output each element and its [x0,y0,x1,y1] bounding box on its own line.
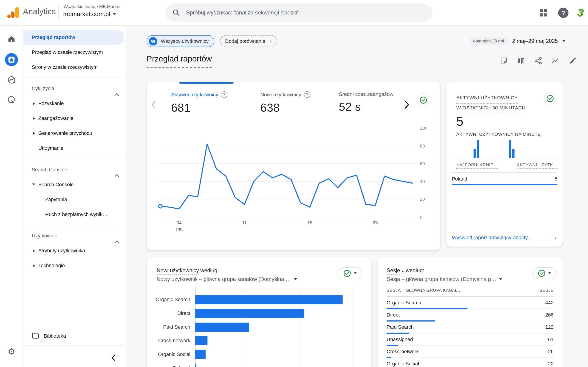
metric-tab[interactable]: Średni czas zaangażow52 s [339,91,393,114]
rail-item-reports[interactable] [0,50,23,70]
card-title: Nowi użytkownicy według: [157,267,219,273]
bar [195,309,304,318]
help-tooltip-icon[interactable]: ? [304,91,310,98]
metric-label-text: Nowi użytkownicy [260,92,301,98]
column-header-country[interactable]: NAJPOPULARNIE… [456,162,498,169]
data-quality-dropdown[interactable] [338,267,362,279]
breadcrumb-current[interactable]: MB Market [99,4,121,9]
add-comparison-label: Dodaj porównanie [225,38,265,44]
bar-row: Referral [147,363,371,367]
sidebar-item[interactable]: Atrybuty użytkownika [23,243,126,258]
advertising-icon [7,95,16,104]
sidebar-item[interactable]: Strony w czasie rzeczywistym [23,60,126,75]
sidebar-item-label: Strony w czasie rzeczywistym [32,64,98,70]
breadcrumb[interactable]: Wszystkie konta›MB Market [64,4,121,9]
channel-label: Organic Social [387,361,419,367]
sessions-value: 26 [548,349,553,354]
minute-bar [473,149,476,158]
column-header-sessions[interactable]: SESJE [540,288,553,294]
add-comparison-button[interactable]: Dodaj porównanie + [220,35,277,47]
dimension-selector[interactable]: Nowy użytkownik – główna grupa kanałów (… [157,276,297,282]
metric-name[interactable]: Nowi użytkownicy [157,267,199,275]
data-quality-button[interactable] [544,92,557,105]
date-range-selector[interactable]: 2 maj–29 maj 2025 [512,38,565,44]
metric-tab[interactable]: Aktywni użytkownicy?681 [171,91,227,114]
help-tooltip-icon[interactable]: ? [221,91,227,98]
column-header-users[interactable]: AKTYWNI UŻYTK… [517,162,557,169]
navigation-rail: ⚙ [0,25,23,367]
comparison-chip-all-users[interactable]: W Wszyscy użytkownicy [147,35,214,47]
data-quality-dropdown[interactable] [532,267,557,279]
help-icon[interactable]: ? [558,8,569,18]
metric-value: 638 [260,101,310,115]
per-minute-bar-chart [452,140,557,158]
notes-icon[interactable] [500,57,508,65]
rail-item-explore[interactable] [0,70,23,90]
bar-row: Organic Social [147,349,371,360]
rail-item-advertising[interactable] [0,90,23,110]
account-avatar[interactable]: 3 [577,6,588,19]
svg-text:18: 18 [307,220,312,225]
collapse-triangle-icon[interactable] [32,184,35,185]
sidebar-item-label: Ruch z bezpłatnych wynik… [45,211,107,217]
channel-label: Unassigned [387,336,413,342]
expand-triangle-icon[interactable] [33,102,35,105]
metric-tab[interactable]: Nowi użytkownicy?638 [260,91,310,114]
insights-icon[interactable] [551,57,560,65]
green-check-icon [420,96,427,104]
edit-pencil-icon[interactable] [569,57,577,65]
sidebar-item[interactable]: Utrzymanie [23,141,126,156]
column-header-channel[interactable]: SESJA – GŁÓWNA GRUPA KANAŁ… [387,288,462,294]
sidebar-item[interactable]: Search Console [23,177,126,192]
rail-item-home[interactable] [0,29,23,49]
dimension-selector[interactable]: Sesja – główna grupa kanałów (Domyślna g… [387,276,502,282]
sidebar-section-header[interactable]: Search Console [23,162,126,177]
expand-triangle-icon[interactable] [33,264,35,267]
gear-icon[interactable]: ⚙ [0,347,23,357]
bar [195,364,196,367]
per-minute-label: AKTYWNI UŻYTKOWNICY NA MINUTĘ [456,132,541,136]
sidebar-item[interactable]: Generowanie przychodu [23,126,126,141]
expand-triangle-icon[interactable] [33,132,35,135]
expand-triangle-icon[interactable] [33,249,35,252]
overview-card: Aktywni użytkownicy?681Nowi użytkownicy?… [147,82,440,250]
breadcrumb-root[interactable]: Wszystkie konta [64,4,95,9]
sidebar-item[interactable]: Zapytania [23,192,126,207]
sidebar-item[interactable]: Ruch z bezpłatnych wynik… [23,207,126,222]
collapse-sidebar-button[interactable] [109,353,118,362]
explore-icon [7,75,16,84]
metric-name[interactable]: Sesje [387,267,400,275]
bar-row: Paid Search [147,322,371,333]
sidebar-item-label: Pozyskanie [38,100,64,106]
table-row: Cross-network26 [387,346,553,358]
category-label: Direct [147,308,190,319]
chevron-down-icon [562,40,565,42]
compare-icon[interactable] [517,57,525,65]
sidebar-item[interactable]: Zaangażowanie [23,111,126,126]
category-label: Referral [147,363,190,367]
svg-text:20: 20 [420,197,425,202]
view-realtime-report-link[interactable]: Wyświetl raport dotyczący anality… → [452,234,557,241]
sidebar-item[interactable]: Przegląd raportów [23,30,124,45]
property-selector[interactable]: mbmarket.com.pl [63,11,116,18]
search-bar[interactable] [165,3,432,22]
expand-triangle-icon[interactable] [33,117,35,120]
sidebar-item-library[interactable]: Biblioteka [23,328,126,343]
sidebar-item[interactable]: Przegląd w czasie rzeczywistym [23,45,126,60]
share-icon[interactable] [534,57,543,65]
sidebar-section-header[interactable]: Cykl życia [23,81,126,96]
search-input[interactable] [185,9,426,16]
apps-grid-icon[interactable] [540,9,547,17]
metric-label-text: Aktywni użytkownicy [171,92,218,98]
svg-text:80: 80 [420,144,425,148]
metrics-next-button[interactable] [402,100,411,110]
sidebar-item[interactable]: Technologie [23,258,126,273]
data-quality-button[interactable] [416,93,430,107]
metrics-prev-button[interactable] [150,100,158,110]
search-icon [172,9,180,16]
metric-label-text: Średni czas zaangażow [339,91,393,97]
product-name: Analytics [23,7,56,16]
sidebar-section-header[interactable]: Użytkownik [23,228,126,243]
sidebar-item[interactable]: Pozyskanie [23,96,126,111]
analytics-logo-icon[interactable] [7,6,20,19]
